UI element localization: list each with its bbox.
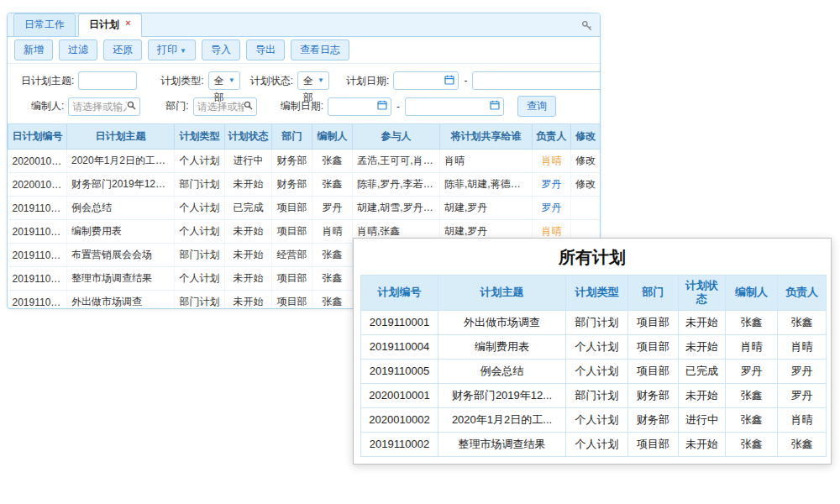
search-icon[interactable]: [127, 101, 136, 113]
cell-compiler: 张鑫: [312, 173, 353, 197]
calendar-icon[interactable]: [490, 100, 500, 113]
cell-participants: 陈菲,罗丹,李若若,罗...: [353, 173, 440, 197]
cell-owner[interactable]: 罗丹: [533, 197, 571, 220]
cell-subject[interactable]: 整理市场调查结果: [67, 267, 175, 291]
table-row[interactable]: 2020010002 2020年1月2日的工作日... 个人计划 进行中 财务部…: [8, 150, 601, 173]
date-input[interactable]: [409, 98, 490, 115]
compiler-picker[interactable]: [68, 97, 140, 116]
cell-owner[interactable]: 肖晴: [533, 150, 571, 173]
cell-type: 部门计划: [566, 383, 628, 407]
col-type[interactable]: 计划类型: [175, 124, 225, 150]
table-row[interactable]: 2020010001 财务部门2019年12月的... 部门计划 未开始 财务部…: [8, 173, 601, 197]
import-button[interactable]: 导入: [202, 39, 240, 60]
cell-type: 个人计划: [175, 150, 225, 173]
cell-plan-id[interactable]: 2019110005: [8, 197, 67, 220]
cell-dept: 项目部: [628, 432, 679, 456]
compile-date-to-input[interactable]: [405, 97, 504, 116]
cell-plan-id[interactable]: 2019110003: [8, 244, 67, 267]
key-icon[interactable]: [581, 20, 593, 35]
cell-participants: 胡建,胡雪,罗丹,任晓...: [353, 197, 440, 220]
compiler-input[interactable]: [72, 98, 127, 115]
dept-picker[interactable]: [193, 97, 257, 116]
calendar-icon[interactable]: [444, 75, 454, 87]
cell-dept: 项目部: [272, 267, 312, 291]
col-plan-id[interactable]: 日计划编号: [8, 124, 67, 150]
cell-compiler: 张鑫: [726, 432, 778, 456]
cell-plan-id[interactable]: 2019110004: [8, 220, 67, 244]
calendar-icon[interactable]: [377, 100, 387, 113]
cell-status: 进行中: [225, 150, 272, 173]
date-input[interactable]: [332, 98, 377, 115]
date-input[interactable]: [476, 72, 601, 89]
chevron-down-icon: ▼: [228, 72, 235, 89]
col-status[interactable]: 计划状态: [225, 124, 272, 150]
tab-daily-work[interactable]: 日常工作: [13, 13, 76, 37]
compile-date-from-input[interactable]: [328, 97, 391, 116]
cell-plan-id[interactable]: 2020010002: [8, 150, 67, 173]
cell-share: 陈菲,胡建,蒋德帆,...: [440, 173, 533, 197]
cell-subject[interactable]: 布置营销展会会场: [67, 244, 175, 267]
col-owner[interactable]: 负责人: [533, 124, 571, 150]
dept-label: 部门:: [165, 99, 188, 113]
table-row: 2019110005 例会总结 个人计划 项目部 已完成 罗丹 罗丹: [361, 359, 827, 383]
cell-modify-link[interactable]: 修改: [571, 150, 601, 173]
filter-form: 日计划主题: 计划类型: 全部 ▼ 计划状态: 全部 ▼ 计划日期: -: [8, 64, 600, 123]
cell-status: 未开始: [679, 383, 726, 407]
cell-plan-id[interactable]: 2019110002: [8, 267, 67, 291]
query-button[interactable]: 查询: [517, 96, 556, 117]
status-select[interactable]: 全部 ▼: [297, 71, 329, 90]
cell-modify-link[interactable]: [571, 197, 601, 220]
col-share[interactable]: 将计划共享给谁: [440, 124, 533, 150]
cell-dept: 项目部: [628, 310, 679, 334]
cell-type: 部门计划: [175, 291, 225, 310]
search-icon[interactable]: [244, 101, 253, 113]
plan-date-from-input[interactable]: [393, 71, 459, 90]
cell-owner[interactable]: 罗丹: [533, 173, 571, 197]
view-log-button[interactable]: 查看日志: [291, 39, 349, 60]
type-select[interactable]: 全部 ▼: [208, 71, 240, 90]
cell-subject[interactable]: 外出做市场调查: [67, 291, 175, 310]
subject-input[interactable]: [78, 71, 137, 90]
cell-plan-id[interactable]: 2020010001: [8, 173, 67, 197]
cell-subject[interactable]: 2020年1月2日的工作日...: [67, 150, 175, 173]
cell-subject[interactable]: 编制费用表: [67, 220, 175, 244]
tab-daily-plan[interactable]: 日计划 ×: [78, 13, 142, 37]
cell-status: 未开始: [225, 220, 272, 244]
table-header-row: 计划编号 计划主题 计划类型 部门 计划状态 编制人 负责人: [361, 276, 827, 311]
cell-compiler: 罗丹: [726, 359, 778, 383]
col-modify[interactable]: 修改: [571, 124, 601, 150]
table-row: 2020010002 2020年1月2日的工... 个人计划 财务部 进行中 张…: [361, 407, 827, 432]
col-dept[interactable]: 部门: [272, 124, 312, 150]
cell-subject[interactable]: 财务部门2019年12月的...: [67, 173, 175, 197]
cell-status: 未开始: [225, 244, 272, 267]
col-subject[interactable]: 日计划主题: [67, 124, 175, 150]
cell-participants: 孟浩,王可可,肖晴,张鑫: [353, 150, 440, 173]
cell-type: 个人计划: [566, 334, 628, 359]
date-input[interactable]: [397, 72, 444, 89]
chevron-down-icon: ▼: [318, 72, 324, 89]
cell-compiler: 张鑫: [726, 383, 778, 407]
cell-plan-id[interactable]: 2019110001: [8, 291, 67, 310]
cell-dept: 财务部: [272, 173, 312, 197]
print-button[interactable]: 打印▼: [148, 39, 196, 60]
close-tab-icon[interactable]: ×: [125, 18, 130, 28]
cell-status: 未开始: [225, 291, 272, 310]
col-type: 计划类型: [566, 276, 628, 311]
cell-share: 肖晴: [440, 150, 533, 173]
cell-plan-id: 2020010001: [361, 383, 438, 407]
col-participants[interactable]: 参与人: [353, 124, 440, 150]
add-button[interactable]: 新增: [14, 39, 53, 60]
plan-date-to-input[interactable]: [472, 71, 601, 90]
cell-type: 部门计划: [175, 244, 225, 267]
cell-subject[interactable]: 例会总结: [67, 197, 175, 220]
col-compiler[interactable]: 编制人: [312, 124, 353, 150]
table-row[interactable]: 2019110005 例会总结 个人计划 已完成 项目部 罗丹 胡建,胡雪,罗丹…: [8, 197, 601, 220]
filter-button[interactable]: 过滤: [59, 39, 97, 60]
export-button[interactable]: 导出: [246, 39, 285, 60]
cell-modify-link[interactable]: 修改: [571, 173, 601, 197]
type-label: 计划类型:: [160, 74, 203, 88]
restore-button[interactable]: 还原: [103, 39, 142, 60]
cell-type: 个人计划: [175, 220, 225, 244]
cell-compiler: 张鑫: [312, 150, 353, 173]
cell-compiler: 罗丹: [312, 197, 353, 220]
